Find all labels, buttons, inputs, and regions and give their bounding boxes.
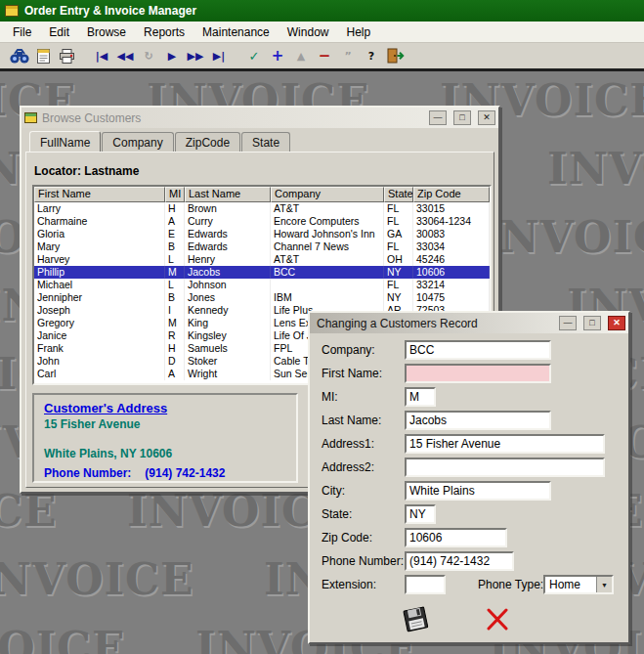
invoice-form-button[interactable]	[31, 45, 55, 66]
table-row[interactable]: HarveyLHenryAT&TOH45246	[34, 253, 490, 266]
edit-customer-window: Changing a Customers Record — □ ✕ Extens…	[308, 311, 630, 644]
exit-button[interactable]	[383, 45, 407, 66]
tab-fullname[interactable]: FullName	[29, 131, 101, 152]
maximize-button[interactable]: □	[453, 110, 471, 125]
first-name-input[interactable]	[405, 364, 551, 383]
field-label: MI:	[322, 390, 338, 404]
chevron-down-icon[interactable]: ▼	[596, 577, 612, 592]
memo-button[interactable]: ”	[336, 45, 360, 66]
column-header[interactable]: State	[384, 187, 413, 202]
last-name-input[interactable]	[405, 411, 551, 430]
menu-browse[interactable]: Browse	[78, 22, 135, 42]
phone-type-value: Home	[549, 578, 580, 591]
find-button[interactable]	[8, 45, 31, 66]
field-label: Extension:	[322, 578, 376, 591]
table-cell: Edwards	[185, 228, 271, 240]
tab-company[interactable]: Company	[102, 132, 173, 153]
extension-input[interactable]	[405, 575, 446, 594]
close-button[interactable]: ✕	[608, 316, 625, 330]
menu-bar: FileEditBrowseReportsMaintenanceWindowHe…	[0, 22, 644, 43]
zip-code-input[interactable]	[405, 528, 507, 547]
delete-button[interactable]: −	[313, 45, 336, 66]
minimize-button[interactable]: —	[429, 110, 447, 125]
field-label: Zip Code:	[322, 531, 372, 545]
field-label: Phone Type:	[478, 578, 543, 591]
insert-button[interactable]: +	[266, 45, 289, 66]
menu-window[interactable]: Window	[279, 22, 338, 42]
table-cell: AT&T	[271, 202, 384, 215]
field-label: Phone Number:	[322, 554, 404, 568]
column-header[interactable]: Company	[271, 187, 384, 202]
city-input[interactable]	[405, 481, 551, 501]
column-header[interactable]: Zip Code	[413, 187, 490, 202]
table-cell: Phillip	[34, 266, 165, 279]
table-cell: 33214	[413, 279, 490, 291]
table-cell: Mary	[34, 240, 165, 253]
table-cell: Stoker	[185, 355, 271, 368]
table-row[interactable]: LarryHBrownAT&TFL33015	[34, 202, 490, 215]
table-cell: B	[165, 240, 185, 253]
help-button[interactable]: ?	[360, 45, 383, 66]
table-row[interactable]: PhillipMJacobsBCCNY10606	[34, 266, 490, 279]
menu-maintenance[interactable]: Maintenance	[193, 22, 279, 42]
edit-actions	[310, 603, 628, 638]
table-cell: FL	[384, 215, 413, 228]
table-row[interactable]: JennipherBJonesIBMNY10475	[34, 291, 490, 304]
table-cell: Brown	[185, 202, 271, 215]
select-button[interactable]: ✓	[242, 45, 266, 66]
table-cell: OH	[384, 253, 413, 266]
table-cell: FL	[384, 279, 413, 291]
table-cell	[271, 279, 384, 291]
table-row[interactable]: MaryBEdwardsChannel 7 NewsFL33034	[34, 240, 490, 253]
menu-file[interactable]: File	[4, 22, 40, 42]
table-cell: Jennipher	[34, 291, 165, 304]
table-cell: Frank	[34, 342, 165, 355]
tab-zipcode[interactable]: ZipCode	[175, 132, 240, 153]
table-cell: Jones	[185, 291, 271, 304]
table-cell: NY	[384, 291, 413, 304]
edit-window-titlebar[interactable]: Changing a Customers Record — □ ✕	[310, 313, 628, 333]
table-cell: A	[165, 368, 185, 380]
cancel-button[interactable]	[478, 603, 517, 636]
minimize-button[interactable]: —	[559, 316, 577, 330]
phone-type-select[interactable]: Home ▼	[543, 575, 614, 594]
field-label: Last Name:	[322, 414, 381, 427]
nav-prev-page-button[interactable]: ◀◀	[113, 45, 137, 66]
nav-next-page-button[interactable]: ▶▶	[184, 45, 207, 66]
nav-first-button[interactable]: |◀	[90, 45, 113, 66]
phone-label: Phone Number:	[44, 466, 131, 480]
state-input[interactable]	[405, 504, 436, 524]
column-header[interactable]: First Name	[34, 187, 165, 202]
table-cell: H	[165, 342, 185, 355]
column-header[interactable]: MI	[165, 187, 185, 202]
table-row[interactable]: GloriaEEdwardsHoward Johnson's InnGA3008…	[34, 228, 490, 240]
company-input[interactable]	[405, 340, 551, 360]
menu-edit[interactable]: Edit	[40, 22, 78, 42]
table-row[interactable]: MichaelLJohnsonFL33214	[34, 279, 490, 291]
save-button[interactable]	[396, 603, 435, 636]
nav-last-button[interactable]: ▶|	[207, 45, 231, 66]
diskette-icon	[398, 604, 433, 635]
column-header[interactable]: Last Name	[185, 187, 271, 202]
table-cell: Janice	[34, 329, 165, 342]
browse-window-titlebar[interactable]: Browse Customers — □ ✕	[21, 108, 498, 128]
mi-input[interactable]	[405, 387, 436, 407]
menu-reports[interactable]: Reports	[135, 22, 193, 42]
nav-next-button[interactable]: ▶	[160, 45, 184, 66]
table-cell: D	[165, 355, 185, 368]
sort-button[interactable]: ▲	[289, 45, 313, 66]
browse-window-icon	[24, 112, 37, 123]
print-button[interactable]	[55, 45, 78, 66]
address1-input[interactable]	[405, 434, 605, 454]
table-cell: Johnson	[185, 279, 271, 291]
address-line1: 15 Fisher Avenue	[44, 417, 286, 431]
menu-help[interactable]: Help	[337, 22, 379, 42]
tab-state[interactable]: State	[241, 132, 290, 153]
table-cell: I	[165, 304, 185, 317]
phone-number-input[interactable]	[405, 551, 514, 571]
refresh-button[interactable]: ↻	[137, 45, 160, 66]
close-button[interactable]: ✕	[478, 110, 495, 125]
maximize-button[interactable]: □	[583, 316, 601, 330]
address2-input[interactable]	[405, 458, 605, 477]
table-row[interactable]: CharmaineACurryEncore ComputersFL33064-1…	[34, 215, 490, 228]
